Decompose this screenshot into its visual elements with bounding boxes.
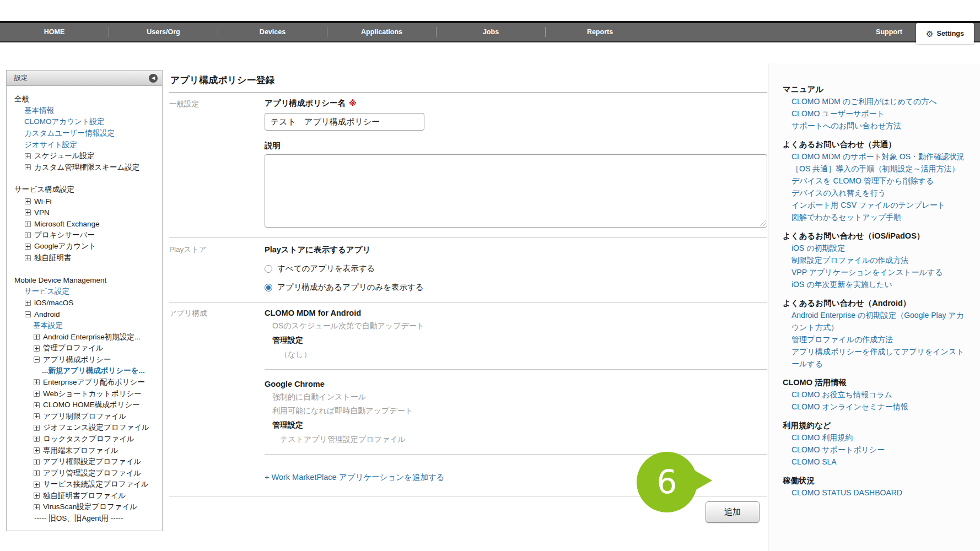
help-link[interactable]: CLOMO MDM のサポート対象 OS・動作確認状況 xyxy=(783,150,970,163)
expand-icon[interactable] xyxy=(34,447,40,453)
help-link[interactable]: インポート用 CSV ファイルのテンプレート xyxy=(783,199,970,211)
nav-item-home[interactable]: HOME xyxy=(0,23,109,41)
help-link[interactable]: CLOMO サポートポリシー xyxy=(783,444,970,456)
sidebar-item[interactable]: カスタム管理権限スキーム設定 xyxy=(7,162,160,174)
expand-icon[interactable] xyxy=(25,232,31,238)
sidebar-item[interactable]: 独自証明書 xyxy=(7,252,160,264)
expand-icon[interactable] xyxy=(34,334,40,340)
sidebar-item[interactable]: 専用端末プロファイル xyxy=(7,445,160,456)
expand-icon[interactable] xyxy=(25,221,31,227)
help-link[interactable]: iOS の初期設定 xyxy=(783,242,970,254)
help-link[interactable]: デバイスの入れ替えを行う xyxy=(783,187,970,199)
expand-icon[interactable] xyxy=(34,425,40,431)
sidebar-item[interactable]: アプリ権限設定プロファイル xyxy=(7,456,160,468)
sidebar-item[interactable]: VPN xyxy=(7,207,160,218)
expand-icon[interactable] xyxy=(25,164,31,170)
sidebar-item[interactable]: プロキシサーバー xyxy=(7,230,160,241)
sidebar-item[interactable]: ジオサイト設定 xyxy=(7,139,160,150)
sidebar-collapse-button[interactable]: ◀ xyxy=(149,74,158,83)
tab-settings[interactable]: ⚙ Settings xyxy=(916,23,974,44)
help-link[interactable]: CLOMO STATUS DASHBOARD xyxy=(783,487,970,499)
help-link[interactable]: CLOMO SLA xyxy=(783,456,970,468)
sidebar-item[interactable]: 基本情報 xyxy=(7,105,160,117)
sidebar-item[interactable]: アプリ管理設定プロファイル xyxy=(7,467,160,479)
radio-selected-icon[interactable] xyxy=(265,284,272,291)
help-link[interactable]: ［OS 共通］導入の手順（初期設定～活用方法） xyxy=(783,163,970,175)
help-link[interactable]: アプリ構成ポリシーを作成してアプリをインストールする xyxy=(783,345,970,370)
expand-icon[interactable] xyxy=(34,504,40,510)
expand-icon[interactable] xyxy=(34,459,40,465)
expand-icon[interactable] xyxy=(34,470,40,476)
expand-icon[interactable] xyxy=(34,402,40,408)
sidebar-item[interactable]: VirusScan設定プロファイル xyxy=(7,501,160,513)
expand-icon[interactable] xyxy=(25,209,31,215)
sidebar-item[interactable]: Enterpriseアプリ配布ポリシー xyxy=(7,377,160,388)
nav-support[interactable]: Support xyxy=(876,28,902,36)
sidebar-item[interactable]: 基本設定 xyxy=(7,320,160,332)
expand-icon[interactable] xyxy=(25,300,31,306)
policy-name-input[interactable] xyxy=(265,113,424,131)
expand-icon[interactable] xyxy=(34,482,40,488)
sidebar-item[interactable]: Webショートカットポリシー xyxy=(7,388,160,399)
sidebar-item[interactable]: 独自証明書プロファイル xyxy=(7,490,160,502)
nav-item-jobs[interactable]: Jobs xyxy=(437,23,545,41)
sidebar-item[interactable]: カスタムユーザー情報設定 xyxy=(7,128,160,139)
radio-option[interactable]: アプリ構成があるアプリのみを表示する xyxy=(265,282,767,293)
help-link[interactable]: CLOMO ユーザーサポート xyxy=(783,107,970,120)
expand-icon[interactable] xyxy=(34,391,40,397)
help-link[interactable]: VPP アプリケーションをインストールする xyxy=(783,266,970,278)
help-link[interactable]: 図解でわかるセットアップ手順 xyxy=(783,211,970,223)
nav-item-reports[interactable]: Reports xyxy=(546,23,654,41)
add-marketplace-app-link[interactable]: + Work MarketPlace アプリケーションを追加する xyxy=(265,472,445,483)
sidebar-item[interactable]: Android Enterprise初期設定... xyxy=(7,331,160,343)
sidebar-item[interactable]: CLOMO HOME構成ポリシー xyxy=(7,399,160,411)
sidebar-item[interactable]: Googleアカウント xyxy=(7,241,160,252)
help-link[interactable]: CLOMO 利用規約 xyxy=(783,431,970,444)
sidebar-item[interactable]: 管理プロファイル xyxy=(7,343,160,354)
nav-item-devices[interactable]: Devices xyxy=(218,23,327,41)
expand-icon[interactable] xyxy=(34,379,40,385)
sidebar-item[interactable]: ロックタスクプロファイル xyxy=(7,434,160,445)
radio-unselected-icon[interactable] xyxy=(265,265,272,273)
settings-tree: 全般基本情報CLOMOアカウント設定カスタムユーザー情報設定ジオサイト設定スケジ… xyxy=(7,86,162,531)
help-link[interactable]: CLOMO オンラインセミナー情報 xyxy=(783,401,970,413)
expand-icon[interactable] xyxy=(25,244,31,250)
description-textarea[interactable] xyxy=(265,154,767,228)
radio-option[interactable]: すべてのアプリを表示する xyxy=(265,263,767,274)
expand-icon[interactable] xyxy=(25,198,31,204)
expand-icon[interactable] xyxy=(34,436,40,442)
sidebar-item[interactable]: iOS/macOS xyxy=(7,298,160,309)
expand-icon[interactable] xyxy=(25,153,31,159)
expand-icon[interactable] xyxy=(34,413,40,419)
help-link[interactable]: CLOMO お役立ち情報コラム xyxy=(783,388,970,401)
expand-icon[interactable] xyxy=(25,255,31,261)
nav-item-applications[interactable]: Applications xyxy=(327,23,436,41)
sidebar-item[interactable]: サービス設定 xyxy=(7,286,160,298)
sidebar-item[interactable]: スケジュール設定 xyxy=(7,150,160,162)
sidebar-item[interactable]: Wi-Fi xyxy=(7,196,160,207)
sidebar-item-label: Webショートカットポリシー xyxy=(43,389,142,399)
collapse-icon[interactable] xyxy=(34,356,40,363)
sidebar-item[interactable]: アプリ構成ポリシー xyxy=(7,354,160,365)
sidebar-item[interactable]: ジオフェンス設定プロファイル xyxy=(7,422,160,434)
sidebar-item[interactable]: Microsoft Exchange xyxy=(7,218,160,230)
help-link[interactable]: CLOMO MDM のご利用がはじめての方へ xyxy=(783,95,970,107)
collapse-icon[interactable] xyxy=(25,311,31,317)
sidebar-item[interactable]: アプリ制限プロファイル xyxy=(7,410,160,422)
help-link[interactable]: サポートへのお問い合わせ方法 xyxy=(783,120,970,132)
sidebar-item[interactable]: Android xyxy=(7,309,160,320)
help-link[interactable]: 制限設定プロファイルの作成方法 xyxy=(783,254,970,266)
expand-icon[interactable] xyxy=(34,345,40,352)
settings-sidebar: 設定 ◀ 全般基本情報CLOMOアカウント設定カスタムユーザー情報設定ジオサイト… xyxy=(6,70,163,531)
help-link[interactable]: 管理プロファイルの作成方法 xyxy=(783,333,970,345)
help-section-title: マニュアル xyxy=(783,83,970,95)
help-link[interactable]: Android Enterprise の初期設定（Google Play アカウ… xyxy=(783,309,970,333)
nav-item-users-org[interactable]: Users/Org xyxy=(109,23,218,41)
sidebar-item[interactable]: サービス接続設定プロファイル xyxy=(7,479,160,490)
sidebar-item[interactable]: ...新規アプリ構成ポリシーを... xyxy=(7,365,160,377)
expand-icon[interactable] xyxy=(34,493,40,499)
help-link[interactable]: iOS の年次更新を実施したい xyxy=(783,278,970,290)
add-button[interactable]: 追加 xyxy=(706,501,760,523)
help-link[interactable]: デバイスを CLOMO 管理下から削除する xyxy=(783,175,970,187)
sidebar-item[interactable]: CLOMOアカウント設定 xyxy=(7,116,160,128)
